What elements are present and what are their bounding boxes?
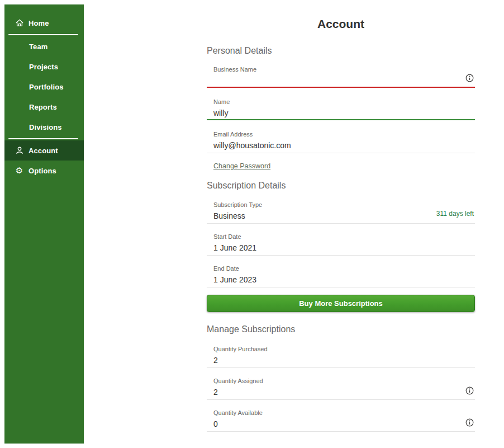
page-title: Account	[207, 17, 475, 31]
manage-subscriptions-heading: Manage Subscriptions	[207, 324, 475, 335]
sidebar-item-label: Options	[28, 167, 56, 175]
start-date-label: Start Date	[213, 233, 475, 240]
business-name-label: Business Name	[213, 66, 475, 73]
sidebar-item-account[interactable]: Account	[4, 140, 84, 161]
info-icon[interactable]	[465, 386, 474, 395]
sidebar: Home Team Projects Portfolios Reports Di…	[4, 4, 84, 444]
end-date-label: End Date	[213, 265, 475, 272]
business-name-field[interactable]: Business Name	[207, 63, 475, 88]
quantity-available-label: Quantity Available	[213, 409, 475, 417]
personal-details-heading: Personal Details	[207, 45, 475, 56]
name-field[interactable]: Name willy	[207, 96, 475, 120]
person-icon	[15, 146, 24, 155]
change-password-link[interactable]: Change Password	[213, 162, 270, 170]
name-input[interactable]: willy	[213, 108, 475, 118]
home-icon	[15, 18, 24, 28]
sidebar-item-label: Divisions	[29, 123, 62, 131]
sidebar-item-portfolios[interactable]: Portfolios	[4, 77, 84, 97]
quantity-assigned-label: Quantity Assigned	[213, 378, 475, 385]
gear-icon: ⚙	[15, 166, 24, 176]
quantity-purchased-value: 2	[213, 355, 475, 365]
start-date-value: 1 June 2021	[213, 243, 475, 253]
sidebar-item-team[interactable]: Team	[4, 36, 84, 56]
sidebar-item-label: Projects	[29, 63, 58, 71]
start-date-field: Start Date 1 June 2021	[207, 230, 475, 256]
subscription-details-heading: Subscription Details	[207, 180, 475, 191]
sidebar-item-options[interactable]: ⚙ Options	[4, 161, 84, 181]
sidebar-item-label: Team	[29, 43, 47, 51]
end-date-field: End Date 1 June 2023	[207, 262, 475, 287]
sidebar-item-label: Reports	[29, 103, 57, 111]
quantity-assigned-field: Quantity Assigned 2	[207, 375, 475, 400]
quantity-purchased-field: Quantity Purchased 2	[207, 343, 475, 368]
days-left-badge: 311 days left	[436, 210, 474, 218]
email-input[interactable]: willy@housatonic.com	[213, 140, 475, 150]
email-label: Email Address	[213, 131, 475, 138]
quantity-available-field: Quantity Available 0	[207, 407, 475, 432]
email-field[interactable]: Email Address willy@housatonic.com	[207, 128, 475, 153]
info-icon[interactable]	[465, 74, 474, 82]
account-page: Account Personal Details Business Name N…	[207, 0, 475, 432]
buy-more-subscriptions-button[interactable]: Buy More Subscriptions	[207, 295, 475, 312]
name-label: Name	[213, 98, 475, 106]
info-icon[interactable]	[465, 418, 474, 427]
business-name-input[interactable]	[213, 76, 475, 86]
sidebar-item-divisions[interactable]: Divisions	[4, 117, 84, 137]
subscription-type-label: Subscription Type	[213, 201, 475, 209]
sidebar-item-label: Portfolios	[29, 83, 64, 91]
sidebar-item-reports[interactable]: Reports	[4, 97, 84, 117]
subscription-type-value: Business	[213, 211, 475, 221]
sidebar-divider	[8, 138, 78, 139]
quantity-purchased-label: Quantity Purchased	[213, 346, 475, 353]
sidebar-item-label: Account	[28, 147, 58, 155]
sidebar-item-label: Home	[28, 19, 49, 27]
end-date-value: 1 June 2023	[213, 275, 475, 285]
sidebar-divider	[8, 34, 78, 35]
quantity-available-value: 0	[213, 419, 475, 429]
sidebar-item-projects[interactable]: Projects	[4, 56, 84, 77]
subscription-type-field: Subscription Type Business 311 days left	[207, 199, 475, 224]
quantity-assigned-value: 2	[213, 387, 475, 397]
sidebar-item-home[interactable]: Home	[4, 13, 84, 33]
